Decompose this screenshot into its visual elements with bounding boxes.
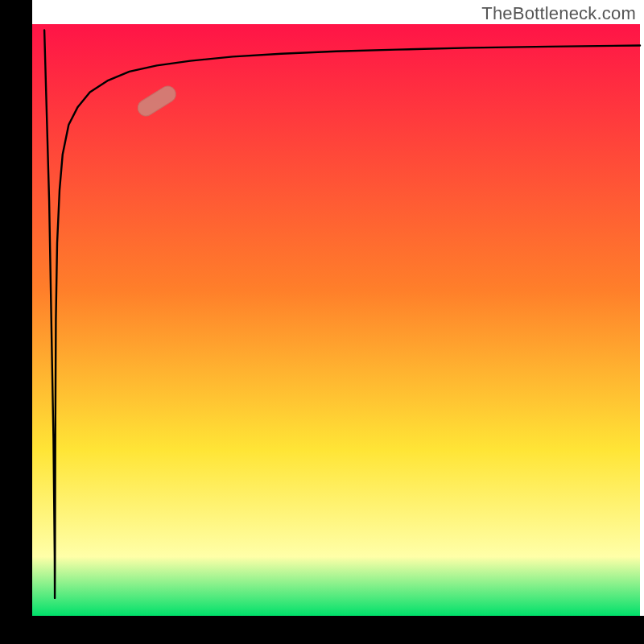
plot-background [32,24,640,616]
attribution-text: TheBottleneck.com [481,3,636,24]
axis-bottom [0,616,644,644]
axis-left [0,0,32,644]
bottleneck-chart [0,0,644,644]
